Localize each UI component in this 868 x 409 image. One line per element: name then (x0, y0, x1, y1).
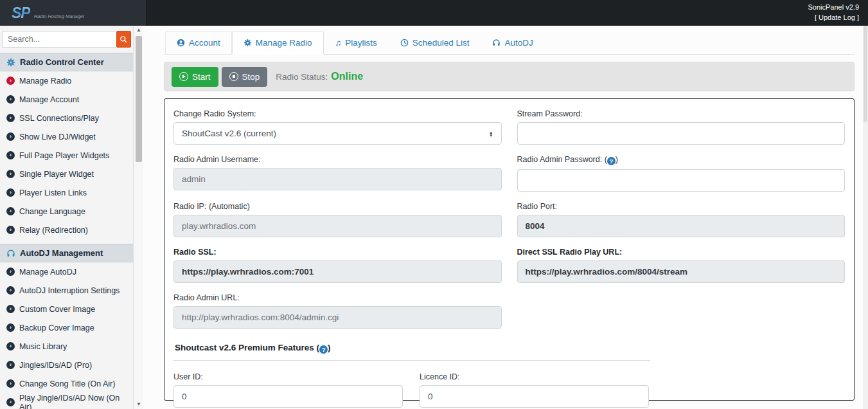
field-label: Radio Admin Password: (?) (517, 155, 846, 165)
field-radio-admin-username: Radio Admin Username: (173, 155, 502, 192)
premium-divider (173, 360, 650, 361)
sidebar-item-label: AutoDJ Interruption Settings (19, 286, 120, 295)
page-scrollbar[interactable] (863, 26, 868, 409)
chevron-circle-icon: › (6, 268, 15, 276)
gear-icon (244, 39, 252, 47)
tab-playlists[interactable]: ♫ Playlists (324, 31, 389, 55)
play-icon (179, 72, 188, 81)
radio-ssl-input (173, 260, 502, 283)
sidebar-item-player-listen-links[interactable]: › Player Listen Links (0, 183, 133, 202)
field-label: Radio Port: (517, 202, 846, 211)
tab-label: Playlists (345, 38, 377, 48)
tab-label: AutoDJ (504, 38, 533, 48)
field-label: Licence ID: (420, 372, 649, 381)
radio-status-label: Radio Status: (276, 72, 328, 82)
sidebar-search (0, 26, 133, 53)
headphones-icon (6, 249, 15, 258)
sidebar-item-single-player-widget[interactable]: › Single Player Widget (0, 165, 133, 183)
stop-button-label: Stop (242, 72, 260, 82)
field-direct-ssl-url: Direct SSL Radio Play URL: (517, 248, 846, 283)
manage-radio-form-card: Change Radio System: ShoutCast v2.6 (cur… (164, 98, 855, 401)
chevron-circle-icon: › (6, 188, 15, 197)
topbar-right: SonicPanel v2.9 [ Update Log ] (146, 0, 868, 26)
logo-sp-text: SP (12, 5, 30, 22)
field-label: Radio SSL: (173, 248, 502, 257)
music-note-icon: ♫ (335, 39, 342, 47)
sidebar-item-jingles-ids-ad[interactable]: › Jingles/IDs/AD (Pro) (0, 356, 133, 374)
field-radio-admin-url: Radio Admin URL: (173, 293, 502, 329)
radio-control-toolbar: Start Stop Radio Status: Online (164, 62, 855, 91)
sidebar-scrollbar-thumb[interactable] (136, 36, 142, 162)
tab-account[interactable]: Account (165, 31, 232, 55)
sidebar-item-custom-cover-image[interactable]: › Custom Cover Image (0, 300, 133, 318)
sidebar-item-manage-radio[interactable]: › Manage Radio (0, 71, 133, 90)
field-stream-password: Stream Password: (517, 109, 846, 145)
search-input[interactable] (2, 31, 116, 48)
radio-admin-password-input[interactable] (517, 169, 846, 192)
radio-status-value: Online (331, 71, 363, 82)
sidebar-item-full-page-widgets[interactable]: › Full Page Player Widgets (0, 146, 133, 165)
sidebar-item-label: Change Song Title (On Air) (19, 379, 115, 388)
field-label: Radio IP: (Automatic) (173, 202, 502, 211)
sidebar-item-backup-cover-image[interactable]: › Backup Cover Image (0, 318, 133, 337)
sidebar: Radio Control Center › Manage Radio › Ma… (0, 26, 134, 409)
field-label: Stream Password: (517, 109, 846, 118)
field-label: Radio Admin URL: (173, 293, 502, 302)
section-label: AutoDJ Management (20, 248, 103, 258)
sidebar-item-label: Manage Account (19, 95, 79, 104)
sidebar-item-label: SSL Connections/Play (19, 114, 99, 123)
sidebar-section-autodj[interactable]: AutoDJ Management (0, 244, 133, 262)
sidebar-item-label: Backup Cover Image (19, 323, 94, 332)
sidebar-scrollbar[interactable]: ▲ ▼ (134, 26, 143, 409)
sidebar-item-label: Manage Radio (19, 77, 71, 86)
chevron-circle-icon: › (6, 151, 15, 159)
search-button[interactable] (116, 31, 131, 48)
sidebar-item-label: Jingles/IDs/AD (Pro) (19, 361, 92, 370)
sidebar-item-label: Music Library (19, 342, 67, 351)
help-icon[interactable]: ? (607, 157, 616, 165)
sidebar-item-relay-redirection[interactable]: › Relay (Redirection) (0, 221, 133, 239)
stream-password-input[interactable] (517, 122, 846, 145)
sidebar-item-manage-autodj[interactable]: › Manage AutoDJ (0, 262, 133, 281)
tab-scheduled-list[interactable]: Scheduled List (389, 31, 481, 55)
search-icon (120, 35, 128, 44)
direct-ssl-url-input (517, 260, 846, 283)
sidebar-item-label: Relay (Redirection) (19, 226, 88, 235)
radio-admin-username-input (173, 168, 502, 190)
topbar: SP Radio Hosting Manager SonicPanel v2.9… (0, 0, 868, 26)
update-log-link[interactable]: [ Update Log ] (815, 13, 859, 23)
stop-button[interactable]: Stop (222, 67, 268, 87)
sidebar-item-show-live-dj[interactable]: › Show Live DJ/Widget (0, 127, 133, 146)
main-content: Account Manage Radio ♫ Playlists Schedul… (143, 26, 868, 409)
field-radio-port: Radio Port: (517, 202, 846, 237)
sidebar-item-ssl-connections[interactable]: › SSL Connections/Play (0, 109, 133, 127)
sidebar-group-radio-control: › Manage Radio › Manage Account › SSL Co… (0, 71, 133, 239)
clock-icon (400, 39, 409, 47)
sidebar-item-label: Manage AutoDJ (19, 268, 76, 277)
tab-manage-radio[interactable]: Manage Radio (232, 31, 324, 55)
chevron-circle-icon: › (6, 207, 15, 215)
sidebar-item-change-song-title[interactable]: › Change Song Title (On Air) (0, 374, 133, 393)
radio-admin-url-input (173, 306, 502, 329)
sidebar-item-manage-account[interactable]: › Manage Account (0, 90, 133, 109)
sidebar-item-autodj-interruption[interactable]: › AutoDJ Interruption Settings (0, 281, 133, 300)
tab-label: Account (189, 38, 220, 48)
tab-autodj[interactable]: AutoDJ (481, 31, 544, 55)
page-scrollbar-thumb[interactable] (864, 26, 867, 122)
scroll-up-icon[interactable]: ▲ (134, 26, 143, 35)
sidebar-item-play-jingle-now[interactable]: › Play Jingle/IDs/AD Now (On Air) (0, 393, 133, 409)
tab-label: Scheduled List (412, 38, 470, 48)
start-button[interactable]: Start (172, 67, 218, 87)
sidebar-item-change-language[interactable]: › Change Language (0, 202, 133, 221)
radio-system-select[interactable]: ShoutCast v2.6 (current) ▲▼ (173, 122, 502, 145)
radio-ip-input (173, 215, 502, 237)
sidebar-section-radio-control[interactable]: Radio Control Center (0, 53, 133, 71)
chevron-circle-icon: › (6, 361, 15, 369)
field-label: User ID: (173, 372, 403, 381)
licence-id-input[interactable] (420, 385, 649, 408)
help-icon[interactable]: ? (319, 345, 328, 354)
user-id-input[interactable] (173, 385, 403, 408)
chevron-circle-icon: › (6, 132, 15, 141)
scroll-down-icon[interactable]: ▼ (134, 400, 143, 409)
sidebar-item-music-library[interactable]: › Music Library (0, 337, 133, 356)
